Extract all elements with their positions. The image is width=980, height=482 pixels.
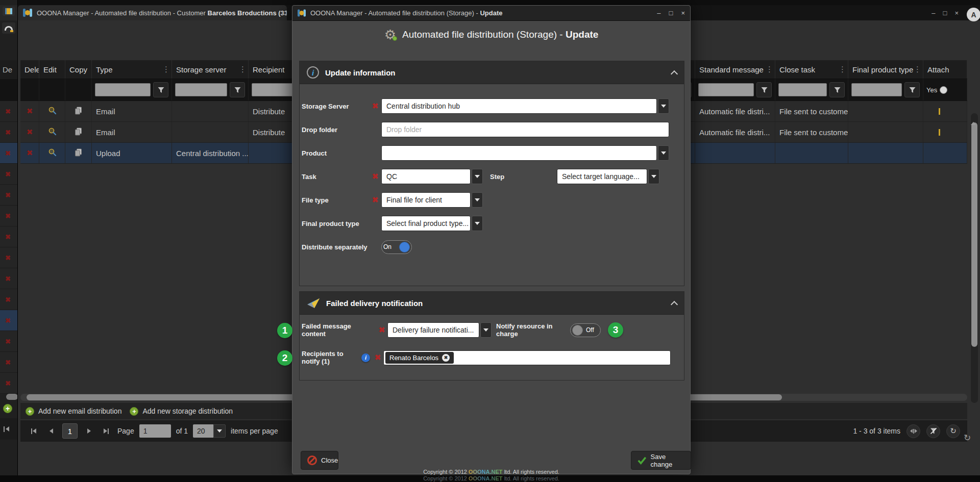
delete-icon[interactable]: ✖ bbox=[5, 296, 11, 303]
column-header-storage_server[interactable]: Storage server⋮ bbox=[172, 60, 249, 79]
delete-icon[interactable]: ✖ bbox=[27, 107, 33, 116]
dropdown-arrow-icon[interactable] bbox=[472, 216, 483, 231]
strip-scrollbar[interactable] bbox=[6, 394, 18, 400]
last-page-button[interactable] bbox=[100, 425, 112, 437]
column-menu-icon[interactable]: ⋮ bbox=[839, 65, 846, 74]
dropdown-arrow-icon[interactable] bbox=[658, 145, 669, 161]
column-header-copy[interactable]: Copy bbox=[65, 60, 92, 79]
first-page-icon[interactable] bbox=[6, 426, 9, 432]
add-new-email-distribution-button[interactable]: + Add new email distribution bbox=[26, 407, 121, 416]
vertical-scrollbar[interactable] bbox=[971, 113, 978, 403]
chevron-down-icon[interactable] bbox=[213, 424, 226, 438]
column-header-final_product_type[interactable]: Final product type⋮ bbox=[848, 60, 923, 79]
product-select[interactable] bbox=[381, 145, 669, 161]
collapse-chevron-icon[interactable] bbox=[671, 300, 678, 308]
dropdown-arrow-icon[interactable] bbox=[658, 98, 669, 114]
filter-input[interactable] bbox=[698, 83, 754, 96]
copy-button[interactable] bbox=[75, 128, 82, 137]
user-avatar[interactable]: A bbox=[967, 8, 980, 21]
column-menu-icon[interactable]: ⋮ bbox=[766, 65, 773, 74]
dropdown-arrow-icon[interactable] bbox=[472, 192, 483, 208]
recipients-input[interactable]: Renato Barcelos ✖ bbox=[383, 350, 671, 365]
previous-page-button[interactable] bbox=[45, 425, 57, 437]
delete-icon[interactable]: ✖ bbox=[5, 170, 11, 178]
storage-server-select[interactable]: Central distribution hub bbox=[381, 98, 669, 114]
edit-button[interactable] bbox=[48, 148, 57, 158]
save-change-button[interactable]: Save change bbox=[631, 451, 691, 470]
delete-icon[interactable]: ✖ bbox=[27, 128, 33, 137]
delete-icon[interactable]: ✖ bbox=[5, 129, 11, 136]
collapse-chevron-icon[interactable] bbox=[671, 70, 678, 77]
column-header-edit[interactable]: Edit bbox=[39, 60, 65, 79]
minimize-button[interactable]: – bbox=[657, 9, 660, 17]
delete-icon[interactable]: ✖ bbox=[5, 191, 11, 199]
delete-icon[interactable]: ✖ bbox=[27, 148, 33, 158]
delete-icon[interactable]: ✖ bbox=[5, 149, 11, 157]
drop-folder-input[interactable]: Drop folder bbox=[381, 122, 669, 137]
delete-icon[interactable]: ✖ bbox=[5, 233, 11, 241]
info-badge-icon[interactable]: i bbox=[361, 353, 370, 362]
column-menu-icon[interactable]: ⋮ bbox=[162, 65, 170, 74]
delete-icon[interactable]: ✖ bbox=[5, 275, 11, 283]
page-number-input[interactable]: 1 bbox=[139, 424, 171, 438]
column-menu-icon[interactable]: ⋮ bbox=[239, 65, 247, 74]
delete-icon[interactable]: ✖ bbox=[5, 254, 11, 262]
delete-icon[interactable]: ✖ bbox=[5, 108, 11, 115]
filter-input[interactable] bbox=[851, 83, 902, 96]
update-information-header[interactable]: i Update information bbox=[300, 61, 684, 84]
remove-tag-icon[interactable]: ✖ bbox=[442, 354, 450, 362]
delete-icon[interactable]: ✖ bbox=[5, 359, 11, 366]
filter-funnel-button[interactable] bbox=[904, 82, 920, 97]
dropdown-arrow-icon[interactable] bbox=[480, 322, 492, 338]
column-header-standard_message[interactable]: Standard message⋮ bbox=[695, 60, 775, 79]
maximize-button[interactable]: □ bbox=[943, 9, 947, 17]
filter-funnel-button[interactable] bbox=[829, 82, 845, 97]
back-window-tab[interactable]: OOONA Manager - Automated file distribut… bbox=[18, 5, 287, 20]
column-menu-icon[interactable]: ⋮ bbox=[914, 65, 921, 74]
refresh-icon[interactable]: ↻ bbox=[964, 433, 971, 443]
vertical-scrollbar-thumb[interactable] bbox=[971, 122, 977, 347]
add-icon[interactable]: + bbox=[3, 404, 12, 413]
dropdown-arrow-icon[interactable] bbox=[472, 169, 483, 184]
copy-button[interactable] bbox=[75, 107, 82, 116]
copy-button[interactable] bbox=[75, 148, 82, 158]
distribute-separately-toggle[interactable]: On bbox=[381, 240, 412, 254]
column-header-close_task[interactable]: Close task⋮ bbox=[775, 60, 848, 79]
add-new-storage-distribution-button[interactable]: + Add new storage distribution bbox=[130, 407, 233, 416]
notify-resource-toggle[interactable]: Off bbox=[570, 323, 601, 337]
dialog-titlebar[interactable]: OOONA Manager - Automated file distribut… bbox=[292, 6, 690, 21]
filter-funnel-button[interactable] bbox=[153, 82, 168, 97]
fit-columns-button[interactable] bbox=[906, 424, 920, 438]
delete-icon[interactable]: ✖ bbox=[5, 379, 11, 387]
page-size-select[interactable]: 20 bbox=[193, 424, 226, 438]
current-page-button[interactable]: 1 bbox=[62, 423, 78, 439]
column-header-delete[interactable]: Delete bbox=[20, 60, 39, 79]
dropdown-arrow-icon[interactable] bbox=[648, 169, 659, 184]
final-product-type-select[interactable]: Select final product type... bbox=[381, 216, 483, 231]
delete-icon[interactable]: ✖ bbox=[5, 212, 11, 220]
home-icon[interactable] bbox=[2, 22, 15, 34]
dialog-close-button[interactable]: Close bbox=[301, 451, 338, 470]
minimize-button[interactable]: – bbox=[932, 9, 935, 17]
next-page-button[interactable] bbox=[83, 425, 95, 437]
filter-input[interactable] bbox=[175, 83, 227, 96]
close-icon[interactable]: × bbox=[681, 9, 685, 17]
scroll-up-icon[interactable] bbox=[971, 113, 976, 125]
failed-message-content-select[interactable]: Delivery failure notificati... bbox=[387, 322, 492, 338]
task-select[interactable]: QC bbox=[381, 169, 483, 184]
clear-filters-button[interactable] bbox=[926, 424, 940, 438]
delete-icon[interactable]: ✖ bbox=[5, 317, 11, 324]
filter-funnel-button[interactable] bbox=[756, 82, 772, 97]
failed-delivery-header[interactable]: Failed delivery notification bbox=[300, 292, 684, 315]
close-button[interactable]: × bbox=[954, 9, 959, 17]
filter-input[interactable] bbox=[95, 83, 151, 96]
file-type-select[interactable]: Final file for client bbox=[381, 192, 483, 208]
edit-button[interactable] bbox=[48, 106, 57, 116]
edit-button[interactable] bbox=[48, 127, 57, 137]
step-select[interactable]: Select target language... bbox=[557, 169, 659, 184]
attach-filter-radio[interactable] bbox=[940, 86, 947, 94]
delete-icon[interactable]: ✖ bbox=[5, 338, 11, 345]
refresh-button[interactable]: ↻ bbox=[946, 424, 960, 438]
first-page-button[interactable] bbox=[28, 425, 40, 437]
recipient-tag[interactable]: Renato Barcelos ✖ bbox=[385, 352, 454, 364]
